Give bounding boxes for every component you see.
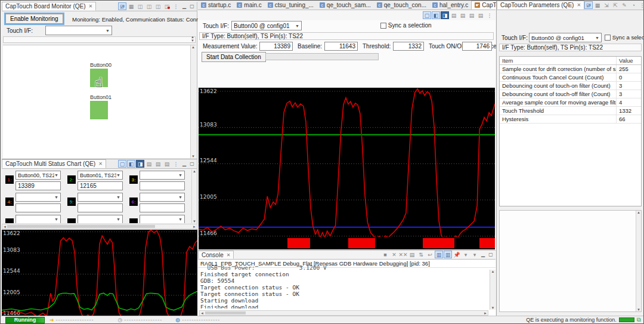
display-console-icon[interactable]: ▾ — [470, 251, 479, 258]
channel-value[interactable]: 12165 — [78, 181, 123, 190]
tab-ctsu-tuning[interactable]: cctsu_tuning_... — [265, 1, 317, 10]
channel-select[interactable]: Button01, TS23 @ c▼ — [78, 171, 123, 180]
write-params-icon[interactable]: ✎ — [620, 1, 628, 9]
touch-diff-field[interactable]: 1746 — [462, 42, 492, 51]
scroll-down-icon[interactable]: ▼ — [191, 155, 195, 158]
channel-select[interactable]: ▼ — [16, 193, 61, 202]
console-scrollbar[interactable]: ▲▼ — [490, 270, 496, 310]
chart-tool-icon[interactable]: ◨ — [441, 11, 449, 19]
table-row[interactable]: Hysteresis66 — [500, 115, 641, 124]
scroll-down-icon[interactable]: ▼ — [491, 306, 495, 310]
view-menu-icon[interactable]: ⋮ — [172, 2, 180, 10]
minimize-icon[interactable]: ▁ — [181, 3, 188, 10]
background-jobs-icon[interactable]: ⧉ — [637, 316, 641, 323]
scroll-up-icon[interactable]: ▲ — [193, 169, 196, 173]
scroll-left-icon[interactable]: ◄ — [3, 224, 7, 229]
close-icon[interactable]: ✕ — [577, 2, 581, 8]
maximize-icon[interactable]: ▢ — [487, 251, 494, 258]
chart-tool-icon[interactable]: ▤ — [145, 160, 153, 168]
scroll-lock-icon[interactable]: ⇅ — [417, 251, 425, 258]
monitoring-icon[interactable]: 🖳 — [584, 1, 593, 9]
scroll-up-icon[interactable]: ▲ — [637, 211, 640, 214]
channel-select[interactable]: ▼ — [140, 171, 185, 180]
chart-tool-icon[interactable]: ◨ — [136, 160, 144, 168]
view-menu-icon[interactable]: ⋮ — [638, 1, 644, 9]
scroll-left-icon[interactable]: ◄ — [200, 311, 204, 316]
touch-if-select[interactable]: Button00 @ config01▼ — [231, 21, 302, 30]
chart-tool-icon[interactable]: ◧ — [432, 11, 440, 19]
sync-selection-checkbox[interactable]: Sync a selection — [380, 22, 432, 29]
tab-console[interactable]: Console✕ — [198, 251, 234, 259]
chart-tool-icon[interactable]: ▢ — [118, 160, 126, 168]
clear-console-icon[interactable]: ▤ — [408, 251, 416, 258]
tab-captouch-board-monitor[interactable]: CapTouch Board Monitor (QE) ✕ — [2, 2, 96, 11]
table-row[interactable]: Average sample count for moving average … — [500, 98, 641, 107]
minimize-icon[interactable]: ▁ — [479, 251, 487, 258]
touch-if-select[interactable]: Button00 @ config01▼ — [529, 33, 602, 42]
scroll-down-icon[interactable]: ▼ — [637, 308, 640, 311]
console-hscrollbar[interactable]: ◄ ► — [199, 310, 488, 316]
show-stdout-icon[interactable]: ▥ — [435, 251, 443, 258]
remove-all-launches-icon[interactable]: ✕✕ — [399, 251, 407, 258]
tab-captouch-parameters[interactable]: CapTouch Parameters (QE) ✕ — [497, 1, 584, 10]
touch-if-select[interactable]: ▼ — [45, 26, 112, 35]
channel-value[interactable] — [78, 203, 123, 212]
scroll-down-icon[interactable]: ▼ — [193, 220, 196, 223]
maximize-icon[interactable]: ▢ — [188, 3, 196, 10]
channel-select[interactable]: ▼ — [140, 215, 185, 223]
remove-launch-icon[interactable]: ✕ — [390, 251, 398, 258]
start-data-collection-button[interactable]: Start Data Collection — [202, 52, 266, 62]
channel-select[interactable]: ▼ — [16, 215, 61, 223]
close-icon[interactable]: ✕ — [89, 4, 93, 9]
export-params-icon[interactable]: ⇱ — [611, 1, 620, 9]
tab-hal-entry-c[interactable]: chal_entry.c — [429, 1, 471, 10]
chart-tool-icon[interactable]: ▤ — [450, 11, 458, 19]
tune-icon[interactable]: ◔ — [629, 1, 637, 9]
tab-startup-c[interactable]: cstartup.c — [198, 1, 234, 10]
terminate-icon[interactable]: ■ — [381, 251, 389, 258]
parameters-detail-area[interactable]: ▲▼ — [499, 210, 642, 312]
display-icon[interactable]: ▦ — [593, 1, 602, 9]
view-menu-icon[interactable]: ⋮ — [485, 11, 494, 19]
table-row[interactable]: Touch Threshold1332 — [500, 107, 641, 115]
view-option-icon[interactable]: ◫ — [136, 2, 144, 10]
view-option-icon[interactable]: ◫ — [154, 2, 162, 10]
open-console-icon[interactable]: ▾ — [462, 251, 470, 258]
channel-value[interactable] — [140, 203, 185, 212]
tab-qe-touch-config[interactable]: cqe_touch_con... — [374, 1, 429, 10]
maximize-icon[interactable]: ▢ — [188, 161, 196, 167]
tab-qe-touch-sample[interactable]: cqe_touch_sam... — [317, 1, 374, 10]
slot-grid-hscrollbar[interactable]: ◄ ► — [2, 224, 197, 229]
minimize-icon[interactable]: ▁ — [181, 161, 188, 167]
scroll-up-icon[interactable]: ▲ — [491, 270, 495, 273]
view-menu-icon[interactable]: ⋮ — [172, 160, 180, 168]
measurement-value-field[interactable]: 13389 — [259, 42, 293, 51]
enable-monitoring-icon[interactable]: 🖳 — [118, 2, 126, 10]
scroll-up-icon[interactable]: ▲▼ — [191, 35, 194, 42]
show-stderr-icon[interactable]: ▥ — [444, 251, 452, 258]
table-row[interactable]: Debouncing count of touch-off filter (Co… — [500, 90, 641, 98]
view-option-icon[interactable]: ◫ — [145, 2, 153, 10]
chart-tool-icon[interactable]: ▤ — [476, 11, 485, 19]
channel-value[interactable]: 13389 — [16, 181, 61, 190]
baseline-field[interactable]: 11643 — [324, 42, 358, 51]
pin-console-icon[interactable]: 📌 — [453, 251, 461, 258]
chart-tool-icon[interactable]: ▤ — [459, 11, 467, 19]
chart-tool-icon[interactable]: ▤ — [154, 160, 162, 168]
record-icon[interactable]: ◫ — [163, 2, 171, 10]
channel-select[interactable]: ▼ — [140, 193, 185, 202]
tab-captouch-multi-status-chart[interactable]: CapTouch Multi Status Chart (QE) ✕ — [2, 159, 106, 168]
scroll-right-icon[interactable]: ► — [484, 311, 487, 316]
channel-select[interactable]: ▼ — [78, 215, 123, 223]
enable-monitoring-button[interactable]: Enable Monitoring — [5, 14, 63, 24]
chart-tool-icon[interactable]: ◧ — [127, 160, 135, 168]
board-select-icon[interactable]: ▦ — [127, 2, 135, 10]
scroll-right-icon[interactable]: ► — [193, 224, 196, 229]
channel-select[interactable]: Button00, TS22 @ c▼ — [16, 171, 61, 180]
channel-value[interactable] — [140, 181, 185, 190]
tab-main-c[interactable]: cmain.c — [234, 1, 264, 10]
threshold-field[interactable]: 1332 — [393, 42, 424, 51]
button01-pad[interactable] — [90, 101, 108, 119]
chart-tool-icon[interactable]: ▢ — [423, 11, 431, 19]
detail-scrollbar[interactable]: ▲▼ — [636, 211, 641, 311]
